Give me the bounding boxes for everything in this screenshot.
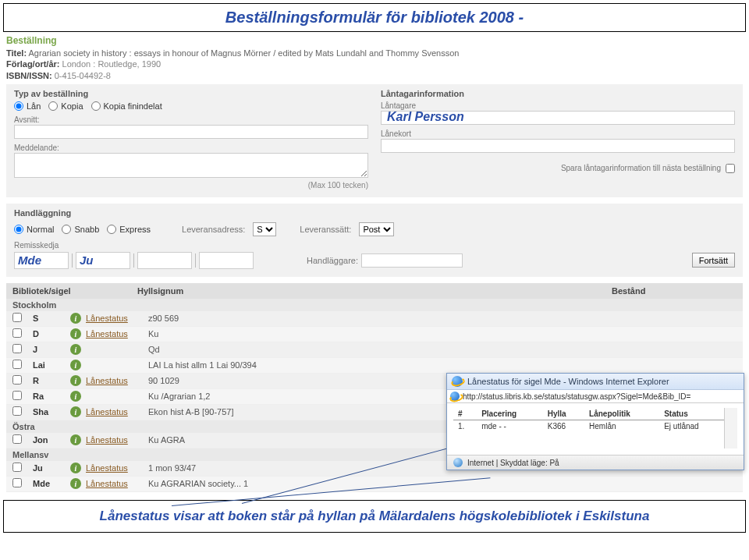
row-checkbox[interactable] [12,328,22,338]
delivery-mode-label: Leveranssätt: [300,225,351,234]
radio-express-input[interactable] [107,225,116,234]
section-input[interactable] [14,125,368,139]
popup-scroll[interactable]: # Placering Hylla Lånepolitik Status 1. … [453,408,737,448]
remiss-slot-1[interactable]: Mde [14,252,69,269]
borrower-card-input[interactable] [381,139,735,153]
row-checkbox[interactable] [12,463,22,472]
popup-addressbar[interactable]: http://status.libris.kb.se/status/status… [447,390,744,403]
radio-kopia-fin-input[interactable] [91,101,101,111]
info-icon[interactable]: i [70,463,81,473]
row-hylla: LAI La hist allm 1 Lai 90/394 [148,360,737,370]
section-label: Avsnitt: [14,115,368,124]
popup-th-place: Placering [477,408,543,420]
message-input[interactable] [14,153,368,178]
title-value: Agrarian society in history : essays in … [29,48,460,58]
continue-button[interactable]: Fortsätt [692,253,735,268]
th-bestand: Bestånd [612,286,737,296]
remiss-val-2: Ju [80,253,94,267]
popup-url-text: http://status.libris.kb.se/status/status… [463,392,690,401]
row-checkbox[interactable] [12,478,22,487]
loanstatus-link[interactable]: Lånestatus [86,479,128,488]
popup-th-num: # [453,408,477,420]
table-row: SiLånestatusz90 569 [6,311,743,327]
radio-express[interactable]: Express [107,225,151,234]
borrower-name-label: Låntagare [381,101,735,110]
isbn-label: ISBN/ISSN: [6,71,52,80]
popup-th-row: # Placering Hylla Lånepolitik Status [453,408,725,420]
remiss-slot-2[interactable]: Ju [76,252,130,269]
max-note: (Max 100 tecken) [14,181,368,190]
handling-panel: Handläggning Normal Snabb Express Levera… [6,204,743,277]
radio-kopia-input[interactable] [48,101,58,111]
title-label: Titel: [6,48,27,58]
table-row: DiLånestatusKu [6,327,743,342]
delivery-addr-select[interactable]: S [253,222,276,236]
globe-icon [453,458,463,467]
popup-status-text: Internet | Skyddat läge: På [467,459,559,467]
radio-normal-input[interactable] [14,225,23,234]
row-sigel: Ju [33,463,66,473]
popup-title-text: Lånestatus för sigel Mde - Windows Inter… [467,377,669,386]
row-sigel: J [33,345,66,354]
row-checkbox[interactable] [12,375,22,385]
row-sigel: Mde [33,479,66,488]
radio-kopia-label: Kopia [61,101,83,111]
row-sigel: Lai [33,360,66,370]
info-icon[interactable]: i [70,313,81,324]
radio-snabb[interactable]: Snabb [62,225,99,234]
row-sigel: R [33,376,66,385]
loanstatus-link[interactable]: Lånestatus [86,435,128,445]
radio-lan-label: Lån [27,101,41,111]
handler-input[interactable] [361,253,463,268]
info-icon[interactable]: i [70,391,81,402]
row-checkbox[interactable] [12,391,22,400]
radio-normal[interactable]: Normal [14,225,54,234]
radio-snabb-input[interactable] [62,225,71,234]
loanstatus-link[interactable]: Lånestatus [86,407,128,416]
loanstatus-link[interactable]: Lånestatus [86,329,128,338]
loanstatus-link[interactable]: Lånestatus [86,314,128,323]
info-icon[interactable]: i [70,406,81,417]
popup-th-policy: Lånepolitik [584,408,659,420]
loanstatus-link[interactable]: Lånestatus [86,376,128,385]
ie-icon [452,376,463,387]
radio-kopia-fin[interactable]: Kopia finindelat [91,101,162,111]
remiss-slot-3[interactable] [137,252,192,269]
table-header: Bibliotek/sigel Hyllsignum Bestånd [6,283,743,299]
table-group-head: Stockholm [6,299,743,311]
row-sigel: Ra [33,392,66,401]
row-checkbox[interactable] [12,434,22,444]
ie-icon [450,392,460,401]
row-checkbox[interactable] [12,313,22,322]
row-checkbox[interactable] [12,344,22,353]
save-borrower-checkbox[interactable] [726,164,735,173]
popup-row: 1. mde - - K366 Hemlån Ej utlånad [453,420,725,433]
info-icon[interactable]: i [70,375,81,386]
separator [72,253,73,268]
pub-label: Förlag/ort/år: [6,59,59,69]
radio-express-label: Express [119,225,151,234]
borrower-card-label: Lånekort [381,129,735,138]
info-icon[interactable]: i [70,328,81,339]
info-icon[interactable]: i [70,344,81,355]
radio-lan-input[interactable] [14,101,23,111]
row-checkbox[interactable] [12,360,22,369]
delivery-mode-select[interactable]: Post [359,222,394,236]
delivery-addr-label: Leveransadress: [182,225,245,234]
borrower-name-input[interactable] [381,111,735,125]
remiss-slot-4[interactable] [199,252,254,269]
handler-label: Handläggare: [307,256,358,265]
loanstatus-link[interactable]: Lånestatus [86,463,128,473]
save-borrower-label: Spara låntagarinformation till nästa bes… [561,164,721,172]
info-icon[interactable]: i [70,478,81,489]
info-icon[interactable]: i [70,434,81,445]
popup-td-num: 1. [453,420,477,433]
popup-titlebar[interactable]: Lånestatus för sigel Mde - Windows Inter… [447,374,744,390]
popup-th-status: Status [659,408,725,420]
row-checkbox[interactable] [12,406,22,416]
row-hylla: Ku AGRARIAN society... 1 [148,479,737,488]
info-icon[interactable]: i [70,360,81,370]
radio-lan[interactable]: Lån [14,101,41,111]
slide-title: Beställningsformulär för bibliotek 2008 … [3,3,746,32]
radio-kopia[interactable]: Kopia [48,101,83,111]
